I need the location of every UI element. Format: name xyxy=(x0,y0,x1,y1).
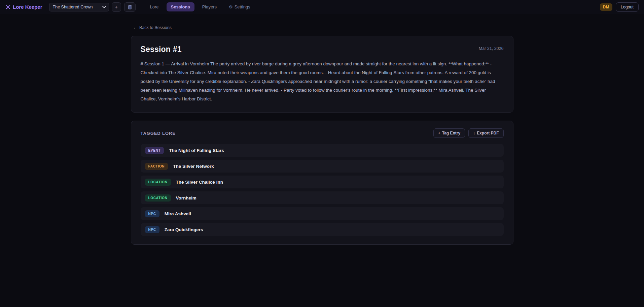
lore-type-badge: NPC xyxy=(145,210,159,217)
role-badge: DM xyxy=(600,3,612,11)
download-icon: ↓ xyxy=(473,131,475,135)
tagged-lore-heading: TAGGED LORE xyxy=(141,131,176,136)
top-navbar: Lore Keeper The Shattered Crown + Lore S… xyxy=(0,0,644,14)
main-nav: Lore Sessions Players ⚙ Settings xyxy=(146,2,255,11)
app-logo-text: Lore Keeper xyxy=(13,4,42,10)
delete-campaign-button[interactable] xyxy=(124,2,136,12)
tag-entry-button[interactable]: + Tag Entry xyxy=(433,128,465,138)
lore-entry-name: The Silver Chalice Inn xyxy=(176,180,223,185)
lore-entry-name: Mira Ashveil xyxy=(165,211,191,216)
nav-link-lore[interactable]: Lore xyxy=(146,2,163,11)
lore-entry-name: The Night of Falling Stars xyxy=(169,148,224,153)
gear-icon: ⚙ xyxy=(229,5,233,9)
lore-type-badge: LOCATION xyxy=(145,179,171,186)
app-logo: Lore Keeper xyxy=(5,4,42,10)
logout-button[interactable]: Logout xyxy=(616,2,639,12)
lore-type-badge: LOCATION xyxy=(145,194,171,202)
nav-link-label: Sessions xyxy=(171,4,190,9)
lore-entry-row[interactable]: NPC Mira Ashveil xyxy=(141,207,504,220)
nav-link-label: Players xyxy=(202,4,217,9)
nav-link-settings[interactable]: ⚙ Settings xyxy=(224,2,255,11)
lore-entry-row[interactable]: EVENT The Night of Falling Stars xyxy=(141,144,504,157)
lore-type-badge: FACTION xyxy=(145,163,168,170)
lore-entry-name: Zara Quickfingers xyxy=(165,227,203,232)
lore-entry-row[interactable]: FACTION The Silver Network xyxy=(141,160,504,173)
back-link-label: Back to Sessions xyxy=(139,25,172,30)
nav-link-label: Settings xyxy=(235,4,250,9)
lore-type-badge: EVENT xyxy=(145,147,164,154)
nav-link-label: Lore xyxy=(150,4,159,9)
nav-link-sessions[interactable]: Sessions xyxy=(167,2,194,11)
lore-entry-name: Vornheim xyxy=(176,195,196,201)
session-title: Session #1 xyxy=(141,45,182,54)
lore-type-badge: NPC xyxy=(145,226,159,233)
lore-entry-row[interactable]: LOCATION The Silver Chalice Inn xyxy=(141,176,504,188)
campaign-select[interactable]: The Shattered Crown xyxy=(49,3,109,11)
nav-link-players[interactable]: Players xyxy=(198,2,221,11)
export-pdf-button[interactable]: ↓ Export PDF xyxy=(468,128,503,138)
plus-icon: + xyxy=(438,131,440,135)
crossed-swords-icon xyxy=(5,4,11,10)
navbar-right: DM Logout xyxy=(600,2,639,12)
main-content: ← Back to Sessions Session #1 Mar 21, 20… xyxy=(131,14,513,245)
session-card-header: Session #1 Mar 21, 2026 xyxy=(141,45,504,54)
trash-icon xyxy=(128,5,132,9)
session-card: Session #1 Mar 21, 2026 # Session 1 — Ar… xyxy=(131,36,513,113)
lore-entry-row[interactable]: NPC Zara Quickfingers xyxy=(141,223,504,236)
session-notes: # Session 1 — Arrival in Vornheim The pa… xyxy=(141,60,504,103)
plus-icon: + xyxy=(115,4,117,10)
tag-entry-label: Tag Entry xyxy=(442,131,460,135)
session-date: Mar 21, 2026 xyxy=(479,46,504,51)
tagged-lore-card: TAGGED LORE + Tag Entry ↓ Export PDF EVE… xyxy=(131,121,513,245)
add-campaign-button[interactable]: + xyxy=(112,2,121,12)
export-pdf-label: Export PDF xyxy=(477,131,499,135)
lore-entry-name: The Silver Network xyxy=(173,164,214,169)
left-arrow-icon: ← xyxy=(133,25,138,30)
lore-list: EVENT The Night of Falling Stars FACTION… xyxy=(141,144,504,236)
tagged-lore-header: TAGGED LORE + Tag Entry ↓ Export PDF xyxy=(141,128,504,138)
back-to-sessions-link[interactable]: ← Back to Sessions xyxy=(133,25,172,30)
lore-entry-row[interactable]: LOCATION Vornheim xyxy=(141,191,504,204)
campaign-select-wrap: The Shattered Crown xyxy=(49,3,109,11)
tagged-lore-actions: + Tag Entry ↓ Export PDF xyxy=(433,128,504,138)
